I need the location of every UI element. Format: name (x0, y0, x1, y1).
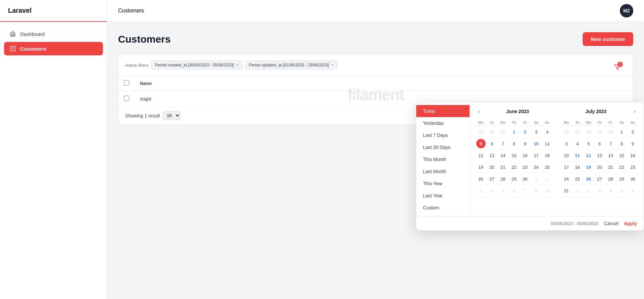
cal-day[interactable]: 6 (509, 186, 519, 195)
cal-day[interactable]: 4 (487, 186, 497, 195)
preset-thismonth[interactable]: This Month (416, 153, 470, 165)
filter-button[interactable]: 2 (614, 64, 621, 70)
prev-month-button[interactable]: ‹ (475, 108, 482, 115)
cal-day[interactable]: 9 (543, 186, 552, 195)
cal-day[interactable]: 12 (584, 151, 593, 160)
cal-day[interactable]: 18 (573, 162, 582, 172)
cal-day[interactable]: 13 (487, 151, 497, 160)
cal-day[interactable]: 23 (628, 162, 638, 172)
apply-button[interactable]: Apply (624, 221, 637, 226)
cal-day[interactable]: 19 (584, 162, 593, 172)
cal-day[interactable]: 11 (543, 139, 552, 148)
cal-day[interactable]: 27 (573, 127, 582, 137)
cal-day[interactable]: 19 (476, 162, 486, 172)
cal-day[interactable]: 29 (595, 127, 604, 137)
cal-day[interactable]: 21 (498, 162, 508, 172)
cal-day[interactable]: 6 (487, 139, 497, 148)
preset-thisyear[interactable]: This Year (416, 178, 470, 190)
cal-day[interactable]: 28 (606, 174, 615, 184)
sidebar-item-customers[interactable]: Customers (4, 42, 103, 55)
cal-day[interactable]: 31 (562, 186, 571, 195)
cal-day[interactable]: 8 (509, 139, 519, 148)
cal-day[interactable]: 27 (595, 174, 604, 184)
avatar[interactable]: MZ (620, 4, 633, 17)
cal-day[interactable]: 15 (509, 151, 519, 160)
cal-day[interactable]: 3 (562, 139, 571, 148)
cal-day[interactable]: 6 (595, 139, 604, 148)
filter-chip-created-remove[interactable]: × (236, 62, 239, 68)
cal-day[interactable]: 6 (628, 186, 638, 195)
cal-day[interactable]: 23 (521, 162, 530, 172)
cal-day[interactable]: 31 (498, 127, 508, 137)
cal-day[interactable]: 29 (476, 127, 486, 137)
cal-day[interactable]: 10 (562, 151, 571, 160)
cal-day[interactable]: 5 (476, 139, 486, 148)
cal-day[interactable]: 1 (617, 127, 627, 137)
new-customer-button[interactable]: New customer (583, 32, 633, 46)
cal-day[interactable]: 24 (562, 174, 571, 184)
per-page-select[interactable]: 10 25 50 (163, 111, 180, 120)
preset-lastmonth[interactable]: Last Month (416, 165, 470, 178)
cal-day[interactable]: 2 (628, 127, 638, 137)
cal-day[interactable]: 12 (476, 151, 486, 160)
cal-day[interactable]: 29 (509, 174, 519, 184)
cal-day[interactable]: 2 (584, 186, 593, 195)
cal-day[interactable]: 17 (562, 162, 571, 172)
cal-day[interactable]: 5 (498, 186, 508, 195)
cal-day[interactable]: 24 (532, 162, 541, 172)
preset-today[interactable]: Today (416, 105, 470, 117)
cal-day[interactable]: 20 (595, 162, 604, 172)
cal-day[interactable]: 26 (476, 174, 486, 184)
cal-day[interactable]: 25 (573, 174, 582, 184)
cal-day[interactable]: 1 (532, 174, 541, 184)
cal-day[interactable]: 5 (584, 139, 593, 148)
cal-day[interactable]: 16 (628, 151, 638, 160)
cal-day[interactable]: 15 (617, 151, 627, 160)
cal-day[interactable]: 8 (617, 139, 627, 148)
cal-day[interactable]: 25 (543, 162, 552, 172)
cancel-button[interactable]: Cancel (604, 221, 619, 226)
cal-day[interactable]: 20 (487, 162, 497, 172)
preset-lastyear[interactable]: Last Year (416, 190, 470, 202)
cal-day[interactable]: 7 (498, 139, 508, 148)
row-checkbox[interactable] (124, 96, 129, 101)
cal-day[interactable]: 4 (573, 139, 582, 148)
cal-day[interactable]: 26 (562, 127, 571, 137)
cal-day[interactable]: 11 (573, 151, 582, 160)
cal-day[interactable]: 3 (476, 186, 486, 195)
cal-day[interactable]: 13 (595, 151, 604, 160)
cal-day[interactable]: 29 (617, 174, 627, 184)
cal-day[interactable]: 27 (487, 174, 497, 184)
cal-day[interactable]: 9 (521, 139, 530, 148)
cal-day[interactable]: 30 (521, 174, 530, 184)
cal-day[interactable]: 22 (509, 162, 519, 172)
select-all-checkbox[interactable] (124, 80, 129, 86)
cal-day[interactable]: 26 (584, 174, 593, 184)
cal-day[interactable]: 10 (532, 139, 541, 148)
cal-day[interactable]: 30 (606, 127, 615, 137)
cal-day[interactable]: 22 (617, 162, 627, 172)
cal-day[interactable]: 4 (543, 127, 552, 137)
cal-day[interactable]: 28 (584, 127, 593, 137)
cal-day[interactable]: 1 (573, 186, 582, 195)
cal-day[interactable]: 16 (521, 151, 530, 160)
cal-day[interactable]: 7 (606, 139, 615, 148)
preset-yesterday[interactable]: Yesterday (416, 117, 470, 129)
sidebar-item-dashboard[interactable]: Dashboard (4, 27, 103, 41)
cal-day[interactable]: 21 (606, 162, 615, 172)
cal-day[interactable]: 3 (532, 127, 541, 137)
filter-chip-updated-remove[interactable]: × (331, 62, 334, 68)
next-month-button[interactable]: › (631, 108, 638, 115)
cal-day[interactable]: 2 (521, 127, 530, 137)
cal-day[interactable]: 18 (543, 151, 552, 160)
preset-custom[interactable]: Custom (416, 202, 470, 214)
cal-day[interactable]: 5 (617, 186, 627, 195)
cal-day[interactable]: 2 (543, 174, 552, 184)
cal-day[interactable]: 28 (498, 174, 508, 184)
cal-day[interactable]: 8 (532, 186, 541, 195)
cal-day[interactable]: 17 (532, 151, 541, 160)
preset-last7[interactable]: Last 7 Days (416, 129, 470, 141)
cal-day[interactable]: 1 (509, 127, 519, 137)
cal-day[interactable]: 14 (606, 151, 615, 160)
cal-day[interactable]: 4 (606, 186, 615, 195)
